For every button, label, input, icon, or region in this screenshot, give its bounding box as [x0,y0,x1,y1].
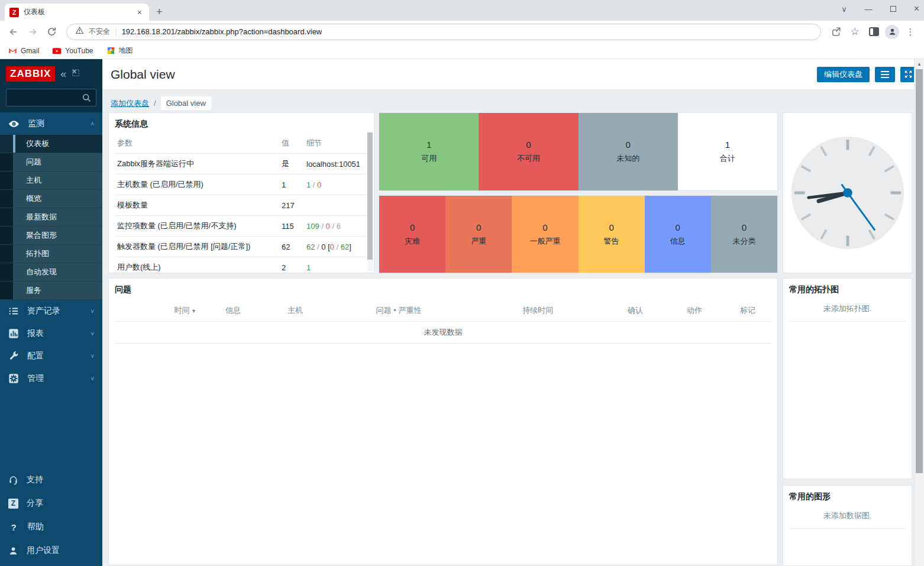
system-info-row: Zabbix服务器端运行中是localhost:10051 [115,154,368,174]
list-icon [8,306,19,316]
sidebar-subitem-自动发现[interactable]: 自动发现 [0,263,102,282]
favorite-maps-widget: 常用的拓扑图 未添加拓扑图. [783,278,912,479]
monitoring-submenu: 仪表板问题主机概览最新数据聚合图形拓扑图自动发现服务 [0,135,102,300]
question-icon: ? [8,522,19,532]
search-icon [82,93,91,102]
sidebar-item-reports[interactable]: 报表 ˅ [0,322,102,345]
new-tab-button[interactable]: + [149,6,170,21]
browser-toolbar: 不安全 | 192.168.18.201/zabbix/zabbix.php?a… [0,21,924,43]
profile-avatar[interactable] [885,25,899,39]
sidebar-subitem-概览[interactable]: 概览 [0,190,102,208]
sidebar-subitem-仪表板[interactable]: 仪表板 [0,135,102,153]
maps-empty-message: 未添加拓扑图. [789,299,906,322]
problems-column-动作[interactable]: 动作 [665,300,724,322]
not-secure-warning-icon[interactable] [75,26,84,37]
favorite-graphs-widget: 常用的图形 未添加数据图. [783,485,912,566]
back-icon[interactable] [6,24,21,40]
window-close-button[interactable]: × [914,4,919,14]
security-label[interactable]: 不安全 [89,27,110,37]
sidebar-subitem-最新数据[interactable]: 最新数据 [0,208,102,227]
severity-cell-一般严重: 0一般严重 [512,196,578,273]
sidebar-popout-icon[interactable] [72,69,80,79]
forward-icon[interactable] [25,24,40,40]
edit-dashboard-button[interactable]: 编辑仪表盘 [817,67,870,82]
side-panel-icon[interactable] [866,24,881,40]
chevron-down-icon: ˅ [91,331,94,337]
problems-column-标记[interactable]: 标记 [724,300,771,322]
sidebar-subitem-拓扑图[interactable]: 拓扑图 [0,245,102,263]
problems-column-信息[interactable]: 信息 [203,300,263,322]
sidebar-search-input[interactable] [11,93,82,102]
user-icon [8,546,18,556]
zabbix-share-icon: Z [8,499,18,509]
bookmarks-bar: Gmail YouTube 地图 [0,43,924,59]
fullscreen-icon [904,70,912,78]
eye-icon [8,118,20,130]
severity-cell-未分类: 0未分类 [711,196,777,273]
sidebar-subitem-问题[interactable]: 问题 [0,153,102,172]
bookmark-gmail[interactable]: Gmail [8,46,39,55]
tab-title: 仪表板 [24,7,130,17]
system-info-widget: 系统信息 参数 值 细节 Zabbix服务器端运行中是localhost:100… [108,112,374,273]
sidebar-item-configuration[interactable]: 配置 ˅ [0,345,102,367]
sidebar-item-share[interactable]: Z 分享 [0,491,102,515]
sidebar-item-monitoring[interactable]: 监测 ˄ [0,112,102,135]
bookmark-youtube[interactable]: YouTube [52,47,93,55]
bookmark-star-icon[interactable]: ☆ [847,24,862,40]
window-maximize-button[interactable] [890,6,896,12]
sidebar-item-help[interactable]: ? 帮助 [0,515,102,539]
reload-icon[interactable] [44,24,59,40]
problems-table: 时间 ▼信息主机问题 • 严重性持续时间确认动作标记 [115,300,771,322]
tab-search-chevron-icon[interactable]: ∨ [841,5,847,14]
gear-icon [8,373,19,384]
bookmark-maps[interactable]: 地图 [106,46,133,56]
sidebar-subitem-服务[interactable]: 服务 [0,282,102,300]
sidebar-item-support[interactable]: 支持 [0,468,102,491]
graphs-empty-message: 未添加数据图. [789,506,906,529]
browser-tab[interactable]: Z 仪表板 × [5,4,149,21]
scrollbar-thumb[interactable] [916,69,923,473]
problems-widget: 问题 时间 ▼信息主机问题 • 严重性持续时间确认动作标记 未发现数据 [108,278,778,565]
sidebar-collapse-icon[interactable]: « [60,69,66,79]
chevron-down-icon: ˅ [91,308,94,315]
page-scrollbar[interactable]: ▲ [914,59,924,566]
address-bar[interactable]: 不安全 | 192.168.18.201/zabbix/zabbix.php?a… [66,24,821,40]
sidebar-subitem-聚合图形[interactable]: 聚合图形 [0,227,102,245]
widget-scrollbar[interactable] [367,131,373,271]
chevron-down-icon: ˅ [91,353,94,360]
problems-by-severity-widget: 0灾难0严重0一般严重0警告0信息0未分类 [379,195,778,273]
problems-column-主机[interactable]: 主机 [263,300,328,322]
gmail-icon [8,46,17,55]
add-dashboard-link[interactable]: 添加仪表盘 [111,98,149,109]
sidebar-item-administration[interactable]: 管理 ˅ [0,367,102,390]
url-text[interactable]: 192.168.18.201/zabbix/zabbix.php?action=… [122,27,322,36]
problems-column-时间[interactable]: 时间 ▼ [115,300,203,322]
sidebar-item-user-settings[interactable]: 用户设置 [0,539,102,562]
problems-column-确认[interactable]: 确认 [606,300,665,322]
severity-cell-警告: 0警告 [579,196,645,273]
problems-column-持续时间[interactable]: 持续时间 [470,300,606,322]
sidebar-search[interactable] [6,89,96,106]
sort-desc-icon: ▼ [190,308,196,314]
current-dashboard-tab[interactable]: Global view [161,96,211,110]
browser-tabstrip: Z 仪表板 × + ∨ — × [0,0,924,21]
availability-cell-可用: 1可用 [379,113,479,190]
browser-menu-icon[interactable]: ⋮ [903,24,918,40]
availability-cell-不可用: 0不可用 [479,113,578,190]
sidebar-subitem-主机[interactable]: 主机 [0,172,102,190]
sidebar: ZABBIX « 监测 ˄ 仪表板问题主机概览最新数据聚合图形拓扑图自动发现服务… [0,59,102,566]
share-icon[interactable] [828,24,844,40]
wrench-icon [8,351,19,361]
sidebar-item-inventory[interactable]: 资产记录 ˅ [0,300,102,322]
system-info-table: 参数 值 细节 Zabbix服务器端运行中是localhost:10051主机数… [115,133,368,273]
dashboard-menu-button[interactable] [875,67,895,82]
scroll-up-arrow[interactable]: ▲ [915,59,924,69]
youtube-icon [52,47,62,55]
hamburger-icon [881,71,889,78]
problems-column-问题 • 严重性[interactable]: 问题 • 严重性 [328,300,470,322]
window-minimize-button[interactable]: — [865,5,873,14]
zabbix-favicon: Z [9,8,19,17]
clock-widget [783,112,912,273]
tab-close-icon[interactable]: × [135,7,144,18]
analog-clock [790,135,906,251]
